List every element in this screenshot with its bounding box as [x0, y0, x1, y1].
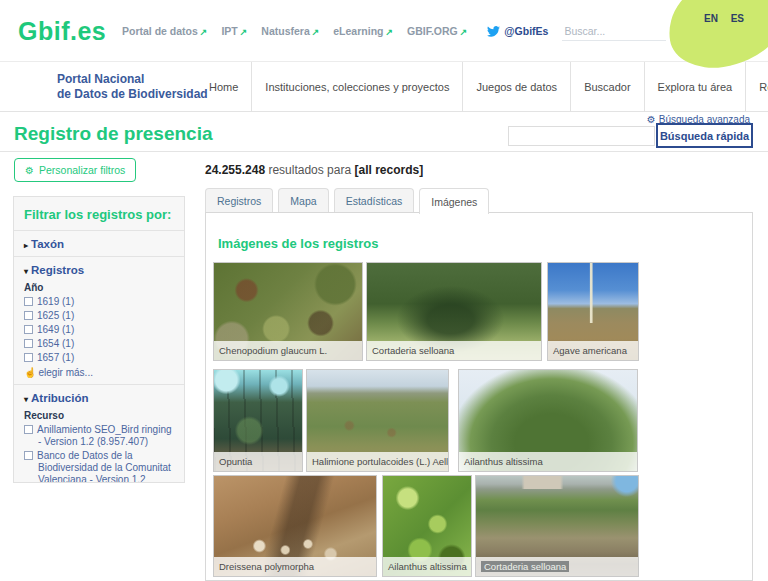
nav-link-natusfera[interactable]: Natusfera↗	[261, 25, 319, 37]
checkbox-icon[interactable]	[24, 311, 33, 320]
nav-link-ipt[interactable]: IPT↗	[221, 25, 247, 37]
quick-search-button[interactable]: Búsqueda rápida	[656, 123, 753, 148]
year-filter-option[interactable]: 1649 (1)	[24, 324, 174, 336]
external-link-icon: ↗	[200, 27, 208, 37]
menu-item-instituciones[interactable]: Instituciones, colecciones y proyectos	[251, 62, 462, 112]
chevron-right-icon: ▸	[24, 241, 28, 250]
gallery-caption: Cortaderia selloana	[367, 341, 541, 360]
checkbox-icon[interactable]	[24, 297, 33, 306]
gallery-caption: Dreissena polymorpha	[214, 557, 376, 576]
menu-item-home[interactable]: Home	[196, 62, 251, 112]
tab-mapa[interactable]: Mapa	[278, 188, 328, 212]
external-link-icon: ↗	[312, 27, 320, 37]
menu-item-regiones[interactable]: Regiones	[745, 62, 768, 112]
gallery-title: Imágenes de los registros	[218, 236, 378, 251]
year-filter-option[interactable]: 1619 (1)	[24, 296, 174, 308]
hand-pointer-icon: ☝	[24, 367, 36, 378]
filter-header-registros[interactable]: ▾Registros	[24, 264, 174, 276]
gallery-tile[interactable]: Cortaderia selloana	[366, 262, 542, 361]
checkbox-icon[interactable]	[24, 339, 33, 348]
filter-section-taxon: ▸Taxón	[14, 231, 184, 256]
gallery-tile[interactable]: Dreissena polymorpha	[213, 475, 377, 577]
gallery-tile[interactable]: Agave americana	[547, 262, 639, 361]
nav-link-portal-de-datos[interactable]: Portal de datos↗	[122, 25, 207, 37]
year-filter-option[interactable]: 1654 (1)	[24, 338, 174, 350]
gear-icon: ⚙	[25, 165, 34, 176]
checkbox-icon[interactable]	[24, 353, 33, 362]
filter-header-taxon[interactable]: ▸Taxón	[24, 238, 174, 250]
filter-group-ano: Año	[24, 282, 174, 293]
tab-registros[interactable]: Registros	[205, 188, 273, 212]
twitter-handle: @GbifEs	[504, 25, 548, 37]
gallery-caption: Chenopodium glaucum L.	[214, 341, 362, 360]
nav-link-elearning[interactable]: eLearning↗	[333, 25, 393, 37]
twitter-bird-icon	[487, 26, 500, 37]
gallery-tile[interactable]: Opuntia	[213, 369, 303, 472]
results-tabs: Registros Mapa Estadísticas Imágenes	[205, 188, 489, 214]
checkbox-icon[interactable]	[24, 325, 33, 334]
external-link-icon: ↗	[460, 27, 468, 37]
gallery-tile[interactable]: Ailanthus altissima	[382, 475, 472, 577]
gallery-caption: Agave americana	[548, 341, 638, 360]
chevron-down-icon: ▾	[24, 395, 28, 404]
year-filter-option[interactable]: 1625 (1)	[24, 310, 174, 322]
choose-more-years-link[interactable]: ☝elegir más...	[24, 367, 174, 378]
tab-imagenes[interactable]: Imágenes	[419, 188, 489, 214]
checkbox-icon[interactable]	[24, 425, 33, 434]
divider	[0, 151, 768, 152]
results-count: 24.255.248	[205, 163, 265, 177]
portal-brand[interactable]: Portal Nacional de Datos de Biodiversida…	[57, 72, 208, 102]
gallery-caption-selected: Cortaderia selloana	[476, 557, 638, 576]
gallery-tile[interactable]: Halimione portulacoides (L.) Aellen	[306, 369, 449, 472]
lang-toggle-es[interactable]: ES	[731, 13, 744, 24]
results-summary: 24.255.248 resultados para [all records]	[205, 163, 423, 177]
page: Gbif.es Portal de datos↗ IPT↗ Natusfera↗…	[0, 0, 768, 581]
gallery-tile[interactable]: Ailanthus altissima	[458, 369, 638, 472]
menu-item-explora-tu-area[interactable]: Explora tu área	[644, 62, 746, 112]
gallery-caption: Halimione portulacoides (L.) Aellen	[307, 452, 448, 471]
gallery-caption: Opuntia	[214, 452, 302, 471]
results-query: [all records]	[354, 163, 423, 177]
chevron-down-icon: ▾	[24, 267, 28, 276]
customize-filters-button[interactable]: ⚙Personalizar filtros	[14, 158, 136, 182]
lang-toggle-en[interactable]: EN	[704, 13, 718, 24]
filter-section-atribucion: ▾Atribución Recurso Anillamiento SEO_Bir…	[14, 384, 184, 483]
page-title: Registro de presencia	[14, 123, 213, 145]
twitter-link[interactable]: @GbifEs	[487, 25, 548, 37]
gallery-caption: Ailanthus altissima	[383, 557, 471, 576]
gallery-tile[interactable]: Chenopodium glaucum L.	[213, 262, 363, 361]
top-header: Gbif.es Portal de datos↗ IPT↗ Natusfera↗…	[0, 0, 768, 62]
external-link-icon: ↗	[240, 27, 248, 37]
filter-group-recurso: Recurso	[24, 410, 174, 421]
tab-estadisticas[interactable]: Estadísticas	[334, 188, 415, 212]
filter-sidebar: Filtrar los registros por: ▸Taxón ▾Regis…	[13, 196, 185, 483]
gallery-tile[interactable]: Cortaderia selloana	[475, 475, 639, 577]
year-filter-option[interactable]: 1657 (1)	[24, 352, 174, 364]
checkbox-icon[interactable]	[24, 451, 33, 460]
header-nav: Portal de datos↗ IPT↗ Natusfera↗ eLearni…	[122, 0, 690, 62]
quick-search-input[interactable]	[508, 126, 655, 146]
menu-item-juegos-de-datos[interactable]: Juegos de datos	[462, 62, 570, 112]
nav-link-gbif-org[interactable]: GBIF.ORG↗	[407, 25, 467, 37]
filter-sidebar-title: Filtrar los registros por:	[14, 197, 184, 231]
gallery-caption: Ailanthus altissima	[459, 452, 637, 471]
external-link-icon: ↗	[385, 27, 393, 37]
gears-icon: ⚙	[647, 114, 656, 125]
header-search-input[interactable]	[562, 22, 666, 41]
menu-item-buscador[interactable]: Buscador	[570, 62, 643, 112]
filter-section-registros: ▾Registros Año 1619 (1) 1625 (1) 1649 (1…	[14, 256, 184, 384]
resource-filter-option[interactable]: Anillamiento SEO_Bird ringing - Version …	[24, 424, 174, 448]
resource-filter-option[interactable]: Banco de Datos de la Biodiversidad de la…	[24, 450, 174, 483]
filter-header-atribucion[interactable]: ▾Atribución	[24, 392, 174, 404]
portal-subnav: Portal Nacional de Datos de Biodiversida…	[0, 62, 768, 112]
portal-menu: Home Instituciones, colecciones y proyec…	[196, 62, 768, 112]
gbif-es-logo[interactable]: Gbif.es	[18, 17, 106, 46]
